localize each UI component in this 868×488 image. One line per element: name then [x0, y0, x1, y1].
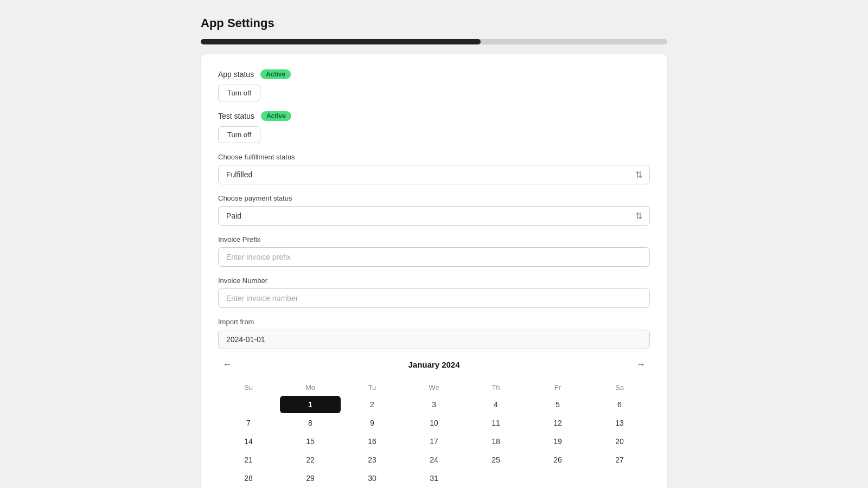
- cal-cell-27[interactable]: 27: [589, 451, 650, 468]
- cal-cell-9[interactable]: 9: [342, 414, 403, 432]
- day-header-sa: Sa: [589, 380, 650, 395]
- cal-cell-22[interactable]: 22: [280, 451, 341, 468]
- cal-cell-empty2: [465, 470, 526, 487]
- invoice-prefix-label: Invoice Prefix: [218, 235, 650, 243]
- cal-cell-23[interactable]: 23: [342, 451, 403, 468]
- cal-cell-11[interactable]: 11: [465, 414, 526, 432]
- calendar-grid: Su Mo Tu We Th Fr Sa 1 2 3 4 5 6 7 8 9 1…: [218, 380, 650, 487]
- cal-cell-empty: [218, 396, 279, 413]
- cal-cell-7[interactable]: 7: [218, 414, 279, 432]
- day-header-fr: Fr: [527, 380, 588, 395]
- calendar-next-button[interactable]: →: [631, 357, 650, 373]
- progress-bar-container: [201, 39, 667, 44]
- invoice-prefix-input[interactable]: [218, 247, 650, 267]
- day-header-mo: Mo: [280, 380, 341, 395]
- cal-cell-17[interactable]: 17: [404, 433, 464, 450]
- cal-cell-24[interactable]: 24: [404, 451, 464, 468]
- page-title: App Settings: [201, 16, 667, 30]
- cal-cell-19[interactable]: 19: [527, 433, 588, 450]
- cal-cell-15[interactable]: 15: [280, 433, 341, 450]
- test-status-badge: Active: [261, 111, 291, 121]
- fulfillment-select[interactable]: Fulfilled Unfulfilled Partial Restocked: [218, 165, 650, 184]
- cal-cell-28[interactable]: 28: [218, 470, 279, 487]
- cal-cell-1[interactable]: 1: [280, 396, 341, 413]
- fulfillment-label: Choose fulfillment status: [218, 153, 650, 161]
- day-header-we: We: [404, 380, 464, 395]
- cal-cell-10[interactable]: 10: [404, 414, 464, 432]
- cal-cell-5[interactable]: 5: [527, 396, 588, 413]
- cal-cell-16[interactable]: 16: [342, 433, 403, 450]
- cal-cell-empty4: [589, 470, 650, 487]
- cal-cell-empty3: [527, 470, 588, 487]
- app-status-label: App status: [218, 70, 254, 79]
- settings-card: App status Active Turn off Test status A…: [201, 54, 667, 488]
- cal-cell-21[interactable]: 21: [218, 451, 279, 468]
- cal-cell-8[interactable]: 8: [280, 414, 341, 432]
- invoice-number-label: Invoice Number: [218, 277, 650, 285]
- cal-cell-12[interactable]: 12: [527, 414, 588, 432]
- page-wrapper: App Settings App status Active Turn off …: [201, 16, 667, 488]
- cal-cell-29[interactable]: 29: [280, 470, 341, 487]
- cal-cell-31[interactable]: 31: [404, 470, 464, 487]
- cal-cell-20[interactable]: 20: [589, 433, 650, 450]
- test-status-row: Test status Active: [218, 111, 650, 121]
- cal-cell-6[interactable]: 6: [589, 396, 650, 413]
- cal-cell-2[interactable]: 2: [342, 396, 403, 413]
- fulfillment-select-wrapper: Fulfilled Unfulfilled Partial Restocked …: [218, 165, 650, 184]
- cal-cell-13[interactable]: 13: [589, 414, 650, 432]
- payment-select-wrapper: Paid Pending Refunded Voided ⇅: [218, 206, 650, 226]
- cal-cell-14[interactable]: 14: [218, 433, 279, 450]
- cal-cell-3[interactable]: 3: [404, 396, 464, 413]
- import-from-value[interactable]: 2024-01-01: [218, 330, 650, 349]
- cal-cell-26[interactable]: 26: [527, 451, 588, 468]
- cal-cell-18[interactable]: 18: [465, 433, 526, 450]
- cal-cell-4[interactable]: 4: [465, 396, 526, 413]
- calendar: ← January 2024 → Su Mo Tu We Th Fr Sa 1 …: [218, 357, 650, 487]
- invoice-number-input[interactable]: [218, 288, 650, 308]
- app-status-badge: Active: [260, 69, 291, 79]
- progress-bar-fill: [201, 39, 481, 44]
- day-header-tu: Tu: [342, 380, 403, 395]
- payment-label: Choose payment status: [218, 194, 650, 202]
- cal-cell-25[interactable]: 25: [465, 451, 526, 468]
- day-header-su: Su: [218, 380, 279, 395]
- app-status-row: App status Active: [218, 69, 650, 79]
- app-status-turnoff-button[interactable]: Turn off: [218, 85, 260, 101]
- day-header-th: Th: [465, 380, 526, 395]
- import-from-label: Import from: [218, 318, 650, 326]
- calendar-prev-button[interactable]: ←: [218, 357, 237, 373]
- payment-select[interactable]: Paid Pending Refunded Voided: [218, 206, 650, 226]
- test-status-turnoff-button[interactable]: Turn off: [218, 126, 260, 143]
- test-status-label: Test status: [218, 112, 254, 120]
- calendar-header: ← January 2024 →: [218, 357, 650, 373]
- cal-cell-30[interactable]: 30: [342, 470, 403, 487]
- calendar-title: January 2024: [408, 360, 459, 369]
